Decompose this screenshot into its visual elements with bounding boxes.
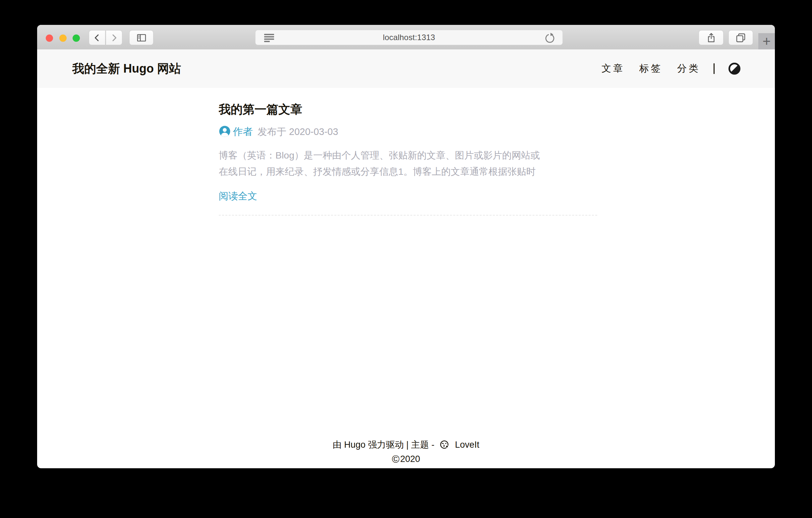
back-button[interactable] <box>89 30 106 45</box>
post-excerpt: 博客（英语：Blog）是一种由个人管理、张贴新的文章、图片或影片的网站或 在线日… <box>219 147 597 180</box>
tab-overview-button[interactable] <box>728 30 753 45</box>
footer-powered-line: 由 Hugo 强力驱动 | 主题 - LoveIt <box>37 437 775 452</box>
nav-item-posts[interactable]: 文章 <box>602 62 625 75</box>
reload-icon[interactable] <box>544 32 556 45</box>
kiss-wink-heart-icon <box>435 440 455 450</box>
copyright-icon: © <box>392 453 400 465</box>
url-text: localhost:1313 <box>383 33 435 42</box>
theme-toggle-icon[interactable] <box>728 63 741 75</box>
new-tab-button[interactable]: + <box>758 33 775 49</box>
site-footer: 由 Hugo 强力驱动 | 主题 - LoveIt ©2020 <box>37 437 775 466</box>
author-avatar-icon <box>219 125 231 139</box>
reader-mode-icon[interactable] <box>264 34 274 42</box>
browser-toolbar: localhost:1313 <box>37 25 775 50</box>
desktop-background: localhost:1313 <box>0 0 812 518</box>
sidebar-toggle-button[interactable] <box>129 30 153 45</box>
nav-separator <box>714 63 715 74</box>
address-bar[interactable]: localhost:1313 <box>255 30 563 45</box>
post-meta: 作者 发布于2020-03-03 <box>219 125 597 139</box>
site-header: 我的全新 Hugo 网站 文章 标签 分类 <box>37 49 775 88</box>
zoom-window-button[interactable] <box>72 34 80 42</box>
tabs-icon <box>735 32 746 44</box>
post-title-link[interactable]: 我的第一篇文章 <box>219 102 597 116</box>
site-title-link[interactable]: 我的全新 Hugo 网站 <box>72 61 181 77</box>
browser-window: localhost:1313 <box>37 25 775 468</box>
copyright-year: 2020 <box>400 454 420 464</box>
post-divider <box>219 215 597 216</box>
page-content: 我的第一篇文章 作者 发布于2020-03-03 <box>37 88 775 216</box>
plus-icon: + <box>763 34 771 48</box>
forward-button[interactable] <box>106 30 122 45</box>
back-chevron-icon <box>92 33 102 43</box>
nav-item-tags[interactable]: 标签 <box>639 62 663 75</box>
publish-date: 发布于2020-03-03 <box>258 125 338 139</box>
share-icon <box>706 32 717 44</box>
excerpt-line: 博客（英语：Blog）是一种由个人管理、张贴新的文章、图片或影片的网站或 <box>219 147 597 163</box>
read-more-link[interactable]: 阅读全文 <box>219 190 257 203</box>
excerpt-line: 在线日记，用来纪录、抒发情感或分享信息1。博客上的文章通常根据张贴时 <box>219 163 597 180</box>
share-button[interactable] <box>699 30 724 45</box>
forward-chevron-icon <box>109 33 119 43</box>
post-summary: 我的第一篇文章 作者 发布于2020-03-03 <box>219 102 597 216</box>
sidebar-icon <box>136 32 147 44</box>
powered-by-text: 由 Hugo 强力驱动 | 主题 - <box>333 440 435 450</box>
theme-name-link[interactable]: LoveIt <box>455 440 480 450</box>
nav-item-categories[interactable]: 分类 <box>677 62 700 75</box>
close-window-button[interactable] <box>46 34 53 42</box>
author-link[interactable]: 作者 <box>233 125 253 139</box>
footer-copyright-line: ©2020 <box>37 452 775 466</box>
minimize-window-button[interactable] <box>59 34 67 42</box>
site-nav: 文章 标签 分类 <box>587 62 741 75</box>
